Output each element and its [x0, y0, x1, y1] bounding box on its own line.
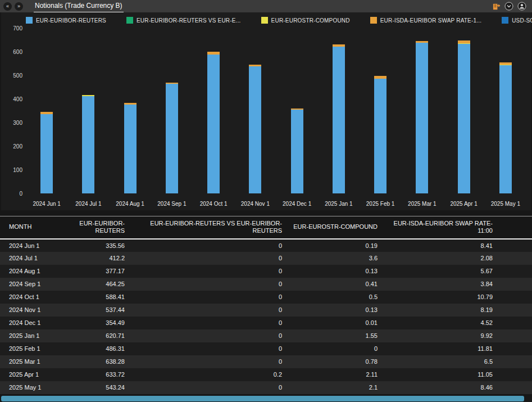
stacked-bar[interactable] [458, 40, 470, 193]
x-axis-label: 2024 Sep 1 [151, 201, 193, 207]
legend-item[interactable]: EUR-EURIBOR-REUTERS VS EUR-E... [126, 17, 241, 24]
bar-segment[interactable] [166, 84, 178, 193]
table-row[interactable]: 2024 Dec 1354.4900.014.52 [0, 317, 532, 329]
value-cell: 0 [129, 317, 287, 329]
y-axis-tick-label: 600 [1, 49, 22, 55]
topbar: « » Notionals (Trade Currency B) [0, 0, 532, 12]
legend-swatch-icon [26, 17, 33, 24]
value-cell: 8.41 [382, 239, 497, 252]
export-icon[interactable] [492, 2, 501, 11]
bar-segment[interactable] [333, 47, 345, 193]
value-cell: 0 [129, 278, 287, 291]
table-row[interactable]: 2025 Jan 1620.7101.559.92 [0, 329, 532, 342]
stacked-bar[interactable] [207, 52, 220, 193]
legend-swatch-icon [261, 17, 268, 24]
chart-panel: EUR-EURIBOR-REUTERSEUR-EURIBOR-REUTERS V… [1, 12, 531, 210]
bar-segment[interactable] [40, 114, 53, 193]
value-cell: 0 [129, 291, 287, 304]
bar-column [276, 28, 318, 193]
value-cell: 0 [129, 239, 287, 252]
table-row[interactable]: 2025 Mar 1638.2800.786.5 [0, 355, 532, 368]
user-circle-icon[interactable] [517, 2, 526, 11]
stacked-bar[interactable] [499, 62, 512, 193]
table-row[interactable]: 2024 Sep 1464.2500.413.84 [0, 278, 532, 291]
app: « » Notionals (Trade Currency B) EUR-EUR… [0, 0, 532, 402]
bar-column [360, 28, 401, 193]
value-cell: 6.5 [382, 355, 497, 368]
x-axis-labels: 2024 Jun 12024 Jul 12024 Aug 12024 Sep 1… [26, 201, 526, 207]
bar-segment[interactable] [124, 105, 137, 193]
legend-swatch-icon [502, 17, 508, 24]
table-row[interactable]: 2025 Apr 1633.720.22.1111.05 [0, 368, 532, 381]
value-cell: 0.01 [287, 317, 382, 329]
bars [26, 28, 526, 193]
bar-segment[interactable] [416, 43, 428, 193]
horizontal-scrollbar-thumb[interactable] [1, 396, 524, 401]
table-row[interactable]: 2024 Jul 1412.203.62.08 [0, 252, 532, 265]
table-row[interactable]: 2024 Nov 1537.4400.138.19 [0, 304, 532, 317]
nav-back-button[interactable]: « [3, 2, 12, 11]
stacked-bar[interactable] [82, 95, 94, 193]
column-header[interactable]: MONTH [0, 216, 67, 239]
column-header[interactable]: EUR-EURIBOR-REUTERS VS EUR-EURIBOR-REUTE… [129, 216, 287, 239]
stacked-bar[interactable] [416, 41, 428, 193]
table-row[interactable]: 2024 Aug 1377.1700.135.67 [0, 265, 532, 278]
bar-segment[interactable] [291, 110, 303, 193]
value-cell: 620.71 [67, 329, 129, 342]
value-cell: 0 [129, 381, 287, 394]
bar-column [234, 28, 276, 193]
table-row[interactable]: 2025 May 1543.2402.18.46 [0, 381, 532, 394]
stacked-bar[interactable] [374, 76, 387, 193]
bar-column [318, 28, 360, 193]
filler-cell [497, 252, 532, 265]
month-cell: 2025 Apr 1 [0, 368, 67, 381]
table-row[interactable]: 2024 Oct 1588.4100.510.79 [0, 291, 532, 304]
stacked-bar[interactable] [333, 44, 345, 193]
page-title[interactable]: Notionals (Trade Currency B) [34, 1, 124, 12]
bar-segment[interactable] [249, 66, 261, 193]
legend-swatch-icon [370, 17, 377, 24]
stacked-bar[interactable] [249, 65, 261, 193]
table-panel: MONTHEUR-EURIBOR-REUTERSEUR-EURIBOR-REUT… [0, 216, 532, 395]
bar-column [443, 28, 485, 193]
value-cell: 543.24 [67, 381, 129, 394]
value-cell: 0.2 [129, 368, 287, 381]
value-cell: 0 [129, 252, 287, 265]
bar-segment[interactable] [82, 96, 94, 193]
value-cell: 9.92 [382, 329, 497, 342]
column-header[interactable]: EUR-EUROSTR-COMPOUND [287, 216, 382, 239]
horizontal-scrollbar[interactable] [0, 395, 532, 402]
bar-column [110, 28, 151, 193]
stacked-bar[interactable] [291, 109, 303, 193]
value-cell: 588.41 [67, 291, 129, 304]
stacked-bar[interactable] [124, 103, 137, 193]
bar-column [193, 28, 234, 193]
legend-swatch-icon [126, 17, 133, 24]
nav-forward-button[interactable]: » [15, 2, 23, 11]
value-cell: 0 [287, 342, 382, 355]
plot-area: 0100200300400500600700 [1, 28, 531, 193]
bar-segment[interactable] [458, 44, 470, 193]
value-cell: 486.31 [67, 342, 129, 355]
chevron-down-circle-icon[interactable] [504, 2, 513, 11]
stacked-bar[interactable] [166, 83, 178, 193]
x-axis-label: 2024 Jun 1 [26, 201, 67, 207]
value-cell: 0 [129, 265, 287, 278]
table-row[interactable]: 2025 Feb 1486.310011.81 [0, 342, 532, 355]
filler-cell [497, 317, 532, 329]
month-cell: 2024 Jun 1 [0, 239, 67, 252]
bar-segment[interactable] [499, 65, 512, 193]
legend-item[interactable]: EUR-EURIBOR-REUTERS [26, 17, 106, 24]
bar-segment[interactable] [207, 55, 220, 193]
table-header-row: MONTHEUR-EURIBOR-REUTERSEUR-EURIBOR-REUT… [0, 216, 532, 239]
value-cell: 4.52 [382, 317, 497, 329]
bar-segment[interactable] [374, 79, 387, 193]
stacked-bar[interactable] [40, 112, 53, 193]
legend-item[interactable]: EUR-ISDA-EURIBOR SWAP RATE-1... [370, 17, 481, 24]
column-header[interactable]: EUR-ISDA-EURIBOR SWAP RATE-11:00 [382, 216, 497, 239]
legend-item[interactable]: USD-SOFR-COMPOUND [502, 17, 532, 24]
table-row[interactable]: 2024 Jun 1335.5600.198.41 [0, 239, 532, 252]
legend-item[interactable]: EUR-EUROSTR-COMPOUND [261, 17, 350, 24]
column-header[interactable]: EUR-EURIBOR-REUTERS [67, 216, 129, 239]
value-cell: 2.11 [287, 368, 382, 381]
